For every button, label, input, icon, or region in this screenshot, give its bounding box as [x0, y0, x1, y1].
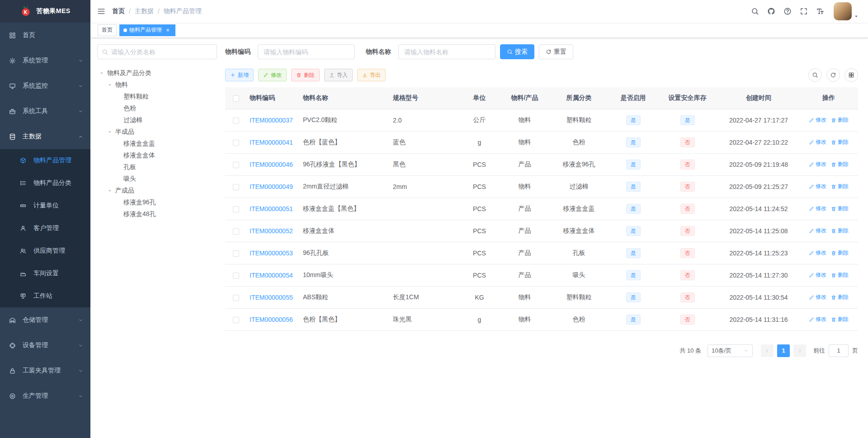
- add-button[interactable]: 新增: [225, 69, 254, 81]
- row-checkbox[interactable]: [233, 206, 239, 212]
- font-size-button[interactable]: [812, 0, 828, 23]
- breadcrumb-item[interactable]: 主数据: [135, 7, 154, 15]
- delete-button[interactable]: 删除: [291, 69, 320, 81]
- edit-row-button[interactable]: 修改: [809, 160, 826, 168]
- reset-button[interactable]: 重置: [539, 44, 573, 59]
- help-button[interactable]: [779, 0, 796, 23]
- edit-row-button[interactable]: 修改: [809, 205, 826, 212]
- page-size-select[interactable]: 10条/页: [708, 344, 753, 357]
- row-checkbox[interactable]: [233, 118, 239, 124]
- material-code-link[interactable]: ITEM00000037: [250, 117, 293, 124]
- material-code-link[interactable]: ITEM00000053: [250, 250, 293, 257]
- material-code-link[interactable]: ITEM00000054: [250, 272, 293, 279]
- tree-node[interactable]: 塑料颗粒: [97, 91, 217, 103]
- sidebar-toggle[interactable]: [90, 0, 112, 23]
- sidebar-item-system-management[interactable]: 系统管理: [0, 48, 90, 73]
- delete-row-button[interactable]: 删除: [831, 116, 849, 124]
- fullscreen-button[interactable]: [796, 0, 812, 23]
- material-code-input[interactable]: [258, 44, 355, 59]
- delete-row-button[interactable]: 删除: [831, 205, 849, 212]
- sidebar-item-equipment-management[interactable]: 设备管理: [0, 333, 90, 358]
- row-checkbox[interactable]: [233, 250, 239, 257]
- edit-row-button[interactable]: 修改: [809, 249, 826, 257]
- sidebar-item-material-product-management[interactable]: 物料产品管理: [0, 149, 90, 172]
- tree-node[interactable]: 半成品: [97, 126, 217, 138]
- edit-row-button[interactable]: 修改: [809, 138, 826, 146]
- sidebar-item-measure-unit[interactable]: 计量单位: [0, 194, 90, 217]
- material-code-link[interactable]: ITEM00000051: [250, 205, 293, 212]
- material-code-link[interactable]: ITEM00000041: [250, 139, 293, 146]
- material-code-link[interactable]: ITEM00000049: [250, 183, 293, 190]
- tag-material-product-management[interactable]: 物料产品管理×: [119, 24, 175, 36]
- tree-node[interactable]: 移液盒48孔: [97, 208, 217, 220]
- close-icon[interactable]: ×: [164, 27, 171, 34]
- sidebar-item-warehouse-management[interactable]: 仓储管理: [0, 307, 90, 333]
- tree-node[interactable]: 移液盒96孔: [97, 197, 217, 208]
- material-code-link[interactable]: ITEM00000046: [250, 161, 293, 168]
- sidebar-item-production-management[interactable]: 生产管理: [0, 383, 90, 409]
- delete-row-button[interactable]: 删除: [831, 160, 849, 168]
- category-search-input[interactable]: [97, 44, 217, 59]
- tree-node[interactable]: 物料及产品分类: [97, 67, 217, 79]
- tree-node[interactable]: 移液盒盒体: [97, 150, 217, 161]
- delete-row-button[interactable]: 删除: [831, 293, 849, 301]
- sidebar-item-system-monitoring[interactable]: 系统监控: [0, 73, 90, 99]
- search-button[interactable]: [747, 0, 763, 23]
- github-button[interactable]: [763, 0, 779, 23]
- import-button[interactable]: 导入: [324, 69, 353, 81]
- tree-node[interactable]: 物料: [97, 79, 217, 91]
- sidebar-item-supplier-management[interactable]: 供应商管理: [0, 240, 90, 262]
- tree-node[interactable]: 吸头: [97, 173, 217, 185]
- delete-row-button[interactable]: 删除: [831, 249, 849, 257]
- toggle-search-button[interactable]: [808, 68, 822, 82]
- delete-row-button[interactable]: 删除: [831, 271, 849, 279]
- sidebar-item-fixture-management[interactable]: 工装夹具管理: [0, 358, 90, 383]
- row-checkbox[interactable]: [233, 162, 239, 168]
- column-settings-button[interactable]: [844, 68, 858, 82]
- next-page-button[interactable]: [793, 344, 806, 357]
- row-checkbox[interactable]: [233, 228, 239, 235]
- row-checkbox[interactable]: [233, 317, 239, 323]
- export-button[interactable]: 导出: [357, 69, 386, 81]
- material-code-link[interactable]: ITEM00000052: [250, 227, 293, 235]
- search-button[interactable]: 搜索: [500, 44, 534, 59]
- refresh-table-button[interactable]: [826, 68, 840, 82]
- current-page-button[interactable]: 1: [777, 344, 790, 357]
- sidebar-item-home[interactable]: 首页: [0, 23, 90, 48]
- prev-page-button[interactable]: [761, 344, 774, 357]
- edit-button[interactable]: 修改: [258, 69, 287, 81]
- edit-row-button[interactable]: 修改: [809, 116, 826, 124]
- breadcrumb-item[interactable]: 首页: [112, 7, 125, 15]
- row-checkbox[interactable]: [233, 295, 239, 301]
- sidebar-item-customer-management[interactable]: 客户管理: [0, 217, 90, 240]
- material-code-link[interactable]: ITEM00000056: [250, 316, 293, 323]
- material-name-input[interactable]: [398, 44, 495, 59]
- material-code-link[interactable]: ITEM00000055: [250, 294, 293, 301]
- sidebar-item-material-product-category[interactable]: 物料产品分类: [0, 172, 90, 194]
- sidebar-item-workshop-settings[interactable]: 车间设置: [0, 262, 90, 285]
- sidebar-item-workstation[interactable]: 工作站: [0, 285, 90, 307]
- select-all-checkbox[interactable]: [233, 95, 239, 102]
- goto-page-input[interactable]: [829, 344, 849, 357]
- edit-row-button[interactable]: 修改: [809, 227, 826, 235]
- tree-node[interactable]: 色粉: [97, 103, 217, 114]
- edit-row-button[interactable]: 修改: [809, 271, 826, 279]
- delete-row-button[interactable]: 删除: [831, 183, 849, 190]
- tree-node[interactable]: 产成品: [97, 185, 217, 197]
- tree-node[interactable]: 移液盒盒盖: [97, 138, 217, 150]
- row-checkbox[interactable]: [233, 273, 239, 279]
- delete-row-button[interactable]: 删除: [831, 316, 849, 323]
- delete-row-button[interactable]: 删除: [831, 227, 849, 235]
- tree-node[interactable]: 过滤棉: [97, 114, 217, 126]
- app-logo[interactable]: 苦糖果MES: [0, 0, 90, 23]
- edit-row-button[interactable]: 修改: [809, 183, 826, 190]
- user-menu[interactable]: [834, 2, 859, 20]
- tag-home[interactable]: 首页: [98, 24, 117, 36]
- edit-row-button[interactable]: 修改: [809, 316, 826, 323]
- row-checkbox[interactable]: [233, 140, 239, 146]
- row-checkbox[interactable]: [233, 184, 239, 190]
- tree-node[interactable]: 孔板: [97, 161, 217, 173]
- sidebar-item-master-data[interactable]: 主数据: [0, 124, 90, 149]
- sidebar-item-system-tools[interactable]: 系统工具: [0, 99, 90, 124]
- edit-row-button[interactable]: 修改: [809, 293, 826, 301]
